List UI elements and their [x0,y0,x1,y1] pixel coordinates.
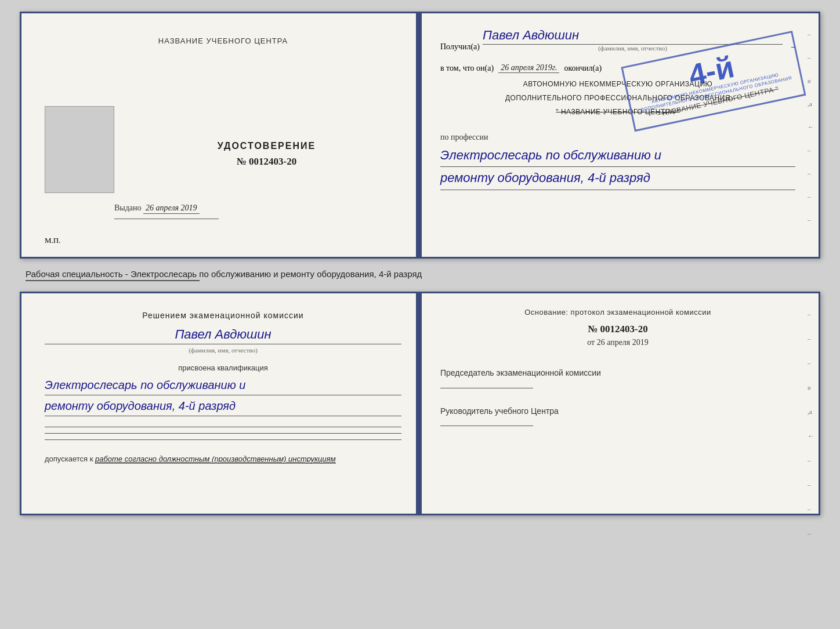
book-spine [416,13,422,257]
predsedatel-sig-line [440,388,533,388]
profession-line1: Электрослесарь по обслуживанию и [440,147,795,168]
recipient-prefix: Получил(а) [440,42,480,52]
bottom-left-page: Решением экаменационной комиссии Павел А… [21,293,420,514]
photo-placeholder [45,106,114,193]
ot-prefix: от [587,338,595,347]
finished-label: окончил(а) [564,64,602,73]
profession-line2: ремонту оборудования, 4-й разряд [440,169,795,190]
blank-line-3 [45,439,401,440]
protocol-number: № 0012403-20 [440,323,795,335]
in-that-prefix: в том, что он(а) [440,64,494,73]
predsedatel: Председатель экзаменационной комиссии [440,368,795,379]
prisvoyena: присвоена квалификация [45,363,401,372]
separator-text: Рабочая специальность - Электрослесарь п… [26,269,814,279]
rukovoditel-sig-line [440,426,533,426]
ot-date-val: 26 апреля 2019 [597,338,649,347]
training-center-top: НАЗВАНИЕ УЧЕБНОГО ЦЕНТРА [158,37,288,45]
osnovaniye: Основание: протокол экзаменационной коми… [440,308,795,317]
rukovoditel: Руководитель учебного Центра [440,406,795,417]
profession-section: по профессии Электрослесарь по обслужива… [440,133,795,191]
right-sidebar-marks: – – и ,а ← – – – – [808,31,814,223]
допускается-text: работе согласно должностным (производств… [95,455,336,464]
po-professii: по профессии [440,133,795,142]
person-name-bottom: Павел Авдюшин [45,327,401,344]
separator-underline [26,280,200,281]
ot-date: от 26 апреля 2019 [440,338,795,347]
qualification-line1: Электрослесарь по обслуживанию и [45,377,401,395]
qualification-line2: ремонту оборудования, 4-й разряд [45,398,401,416]
bottom-qualification-book: Решением экаменационной комиссии Павел А… [20,292,820,515]
issued-date: 26 апреля 2019 [143,203,199,214]
top-right-page: 4-й АВТОНОМНУЮ НЕКОММЕРЧЕСКУЮ ОРГАНИЗАЦИ… [420,13,819,257]
bottom-right-page: Основание: протокол экзаменационной коми… [420,293,819,514]
person-hint: (фамилия, имя, отчество) [45,347,401,354]
top-certificate-book: НАЗВАНИЕ УЧЕБНОГО ЦЕНТРА УДОСТОВЕРЕНИЕ №… [20,12,820,259]
допускается-prefix: допускается к [45,455,93,463]
extra-lines [45,421,401,446]
mp-label: М.П. [45,236,60,245]
certificate-number: № 0012403-20 [237,156,297,168]
certificate-label: УДОСТОВЕРЕНИЕ [218,141,316,151]
book-spine-bottom [416,293,422,514]
in-that-date: 26 апреля 2019г. [498,63,559,73]
top-left-page: НАЗВАНИЕ УЧЕБНОГО ЦЕНТРА УДОСТОВЕРЕНИЕ №… [21,13,420,257]
issued-line: Выдано 26 апреля 2019 [114,203,401,222]
decision-title: Решением экаменационной комиссии [45,311,401,320]
sidebar-right-marks-bottom: – – – и ,а ← – – – – [808,311,814,537]
separator-area: Рабочая специальность - Электрослесарь п… [20,269,820,281]
blank-line-1 [45,427,401,427]
допускается-section: допускается к работе согласно должностны… [45,455,401,463]
blank-line-2 [45,433,401,434]
issued-label: Выдано [114,203,142,212]
